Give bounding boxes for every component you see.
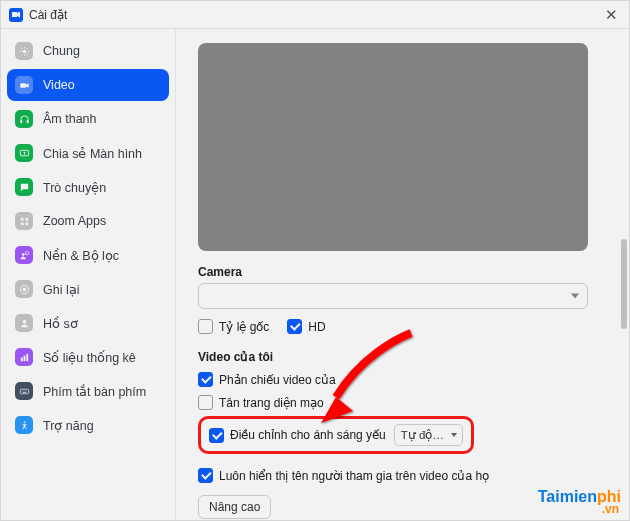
keyboard-icon — [15, 382, 33, 400]
video-preview — [198, 43, 588, 251]
sidebar-item-accessibility[interactable]: Trợ năng — [7, 409, 169, 441]
mirror-video-checkbox[interactable]: Phản chiếu video của — [198, 372, 336, 387]
svg-rect-6 — [25, 217, 28, 220]
checkbox-label: Luôn hiển thị tên người tham gia trên vi… — [219, 469, 489, 483]
sidebar-item-label: Trò chuyện — [43, 180, 106, 195]
sidebar-item-background-filters[interactable]: Nền & Bộ lọc — [7, 239, 169, 271]
checkbox-label: Tân trang diện mạo — [219, 396, 324, 410]
checkbox-icon — [198, 319, 213, 334]
sidebar-item-label: Chung — [43, 44, 80, 58]
hd-checkbox[interactable]: HD — [287, 319, 325, 334]
checkbox-label: Điều chỉnh cho ánh sáng yếu — [230, 428, 386, 442]
sidebar-item-label: Hồ sơ — [43, 316, 78, 331]
sidebar-item-profile[interactable]: Hồ sơ — [7, 307, 169, 339]
record-icon — [15, 280, 33, 298]
sidebar-item-statistics[interactable]: Số liệu thống kê — [7, 341, 169, 373]
sidebar-item-label: Số liệu thống kê — [43, 350, 136, 365]
sidebar-item-share-screen[interactable]: Chia sẻ Màn hình — [7, 137, 169, 169]
svg-rect-1 — [20, 83, 26, 88]
camera-select[interactable] — [198, 283, 588, 309]
svg-point-0 — [22, 49, 26, 53]
sidebar-item-label: Zoom Apps — [43, 214, 106, 228]
sidebar-item-video[interactable]: Video — [7, 69, 169, 101]
advanced-button[interactable]: Nâng cao — [198, 495, 271, 519]
window-title: Cài đặt — [29, 8, 67, 22]
sidebar-item-label: Nền & Bộ lọc — [43, 248, 119, 263]
svg-rect-10 — [25, 251, 28, 254]
svg-rect-15 — [23, 355, 25, 361]
sidebar-item-label: Âm thanh — [43, 112, 97, 126]
sidebar-item-keyboard-shortcuts[interactable]: Phím tắt bàn phím — [7, 375, 169, 407]
checkbox-label: Tỷ lệ gốc — [219, 320, 269, 334]
touch-up-appearance-checkbox[interactable]: Tân trang diện mạo — [198, 395, 324, 410]
sidebar-item-audio[interactable]: Âm thanh — [7, 103, 169, 135]
adjust-low-light-checkbox[interactable]: Điều chỉnh cho ánh sáng yếu — [209, 428, 386, 443]
svg-rect-8 — [25, 222, 28, 225]
svg-point-22 — [23, 421, 25, 423]
accessibility-icon — [15, 416, 33, 434]
camera-section-label: Camera — [198, 265, 611, 279]
svg-point-9 — [21, 253, 24, 256]
chat-icon — [15, 178, 33, 196]
checkbox-icon — [209, 428, 224, 443]
sidebar-item-label: Trợ năng — [43, 418, 94, 433]
svg-point-13 — [22, 319, 26, 323]
scrollbar-thumb[interactable] — [621, 239, 627, 329]
sidebar-item-label: Ghi lại — [43, 282, 79, 297]
video-icon — [15, 76, 33, 94]
profile-icon — [15, 314, 33, 332]
checkbox-icon — [287, 319, 302, 334]
settings-content: Camera Tỷ lệ gốc HD Video của tôi Phản c… — [176, 29, 629, 520]
checkbox-icon — [198, 395, 213, 410]
zoom-app-icon — [9, 8, 23, 22]
sidebar-item-label: Phím tắt bàn phím — [43, 384, 146, 399]
svg-point-18 — [21, 390, 22, 391]
close-button[interactable]: ✕ — [601, 5, 621, 25]
lowlight-row-highlighted: Điều chỉnh cho ánh sáng yếu Tự độ… — [198, 416, 474, 454]
svg-rect-7 — [20, 222, 23, 225]
apps-icon — [15, 212, 33, 230]
my-video-section-label: Video của tôi — [198, 350, 611, 364]
sidebar-item-general[interactable]: Chung — [7, 35, 169, 67]
titlebar: Cài đặt ✕ — [1, 1, 629, 29]
svg-rect-16 — [26, 353, 28, 360]
sidebar-item-recording[interactable]: Ghi lại — [7, 273, 169, 305]
svg-rect-3 — [26, 119, 28, 122]
sidebar-item-chat[interactable]: Trò chuyện — [7, 171, 169, 203]
background-icon — [15, 246, 33, 264]
settings-sidebar: Chung Video Âm thanh Chia sẻ Màn hình Tr… — [1, 29, 176, 520]
checkbox-icon — [198, 468, 213, 483]
svg-rect-17 — [20, 389, 28, 394]
svg-point-12 — [22, 287, 26, 291]
svg-point-19 — [23, 390, 24, 391]
svg-rect-21 — [22, 392, 26, 393]
sidebar-item-label: Chia sẻ Màn hình — [43, 146, 142, 161]
lowlight-mode-select[interactable]: Tự độ… — [394, 424, 463, 446]
sidebar-item-zoom-apps[interactable]: Zoom Apps — [7, 205, 169, 237]
checkbox-icon — [198, 372, 213, 387]
original-ratio-checkbox[interactable]: Tỷ lệ gốc — [198, 319, 269, 334]
share-screen-icon — [15, 144, 33, 162]
sidebar-item-label: Video — [43, 78, 75, 92]
svg-rect-2 — [20, 119, 22, 122]
gear-icon — [15, 42, 33, 60]
checkbox-label: Phản chiếu video của — [219, 373, 336, 387]
always-display-name-checkbox[interactable]: Luôn hiển thị tên người tham gia trên vi… — [198, 468, 489, 483]
checkbox-label: HD — [308, 320, 325, 334]
statistics-icon — [15, 348, 33, 366]
svg-rect-5 — [20, 217, 23, 220]
headphones-icon — [15, 110, 33, 128]
svg-point-20 — [25, 390, 26, 391]
svg-rect-14 — [20, 357, 22, 361]
